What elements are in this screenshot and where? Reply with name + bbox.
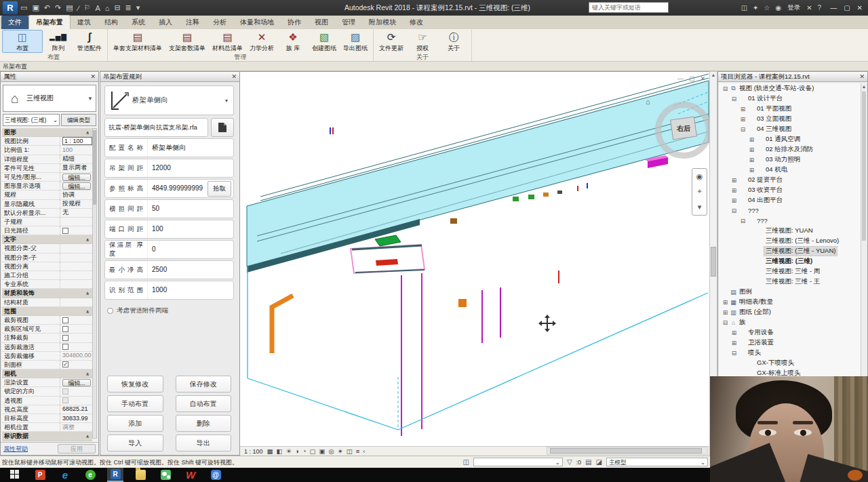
checkbox[interactable] (62, 326, 68, 332)
redo-icon[interactable]: ↷ (55, 3, 61, 12)
wps-icon[interactable]: W (182, 468, 199, 482)
close-icon[interactable]: ✕ (231, 72, 237, 81)
rendering-dialog-icon[interactable]: ◔ (302, 447, 307, 455)
sign-in-icon[interactable]: ◉ (775, 4, 781, 12)
tree-item[interactable]: 三维视图: (三维 - Lenovo) (719, 236, 861, 246)
tree-item[interactable]: ⊞ 02 给排水及消防 (719, 144, 861, 155)
worksharing-display-icon[interactable]: ◫ (347, 447, 353, 455)
property-row[interactable]: 视图分类-父 (2, 244, 92, 253)
sign-in-button[interactable]: 登录 (787, 3, 800, 12)
start-button[interactable] (7, 468, 23, 482)
tree-expander-icon[interactable]: ⊟ (730, 207, 738, 214)
property-row[interactable]: 材质和装饰 (2, 289, 92, 298)
ribbon-tab[interactable]: 结构 (98, 16, 125, 29)
design-options-icon[interactable]: ◪ (596, 458, 602, 466)
customize-qat-icon[interactable]: ▾ (136, 3, 140, 12)
tree-item[interactable]: ⊞ 专用设备 (719, 327, 861, 338)
collapse-icon[interactable]: ‹ (363, 447, 365, 455)
property-row[interactable]: 视点高度 68825.21 (2, 405, 92, 414)
property-row[interactable]: 详细程度 精细 (2, 155, 92, 164)
print-icon[interactable]: ▤ (66, 3, 73, 12)
tree-expander-icon[interactable]: ⊟ (722, 319, 729, 326)
scroll-up-icon[interactable]: ▲ (710, 73, 717, 77)
undo-icon[interactable]: ↶ (44, 3, 50, 12)
property-row[interactable]: 视图分类-子 (2, 254, 92, 262)
tree-item[interactable]: ⊞ 明细表/数量 (719, 297, 861, 307)
worksets-icon[interactable]: ◫ (462, 458, 469, 466)
home-icon[interactable]: ⌂ (646, 98, 650, 106)
property-row[interactable]: 零件可见性 显示两者 (2, 164, 92, 173)
ribbon-tab[interactable]: 体量和场地 (233, 16, 281, 29)
scrollbar-thumb[interactable] (711, 247, 716, 277)
ribbon-tab[interactable]: 建筑 (71, 16, 98, 29)
text-icon[interactable]: A (95, 4, 100, 12)
property-row[interactable]: 专业系统 (2, 280, 92, 289)
field-input[interactable]: 0 (147, 241, 233, 258)
help-icon[interactable]: ? (818, 4, 822, 12)
ribbon-tab[interactable]: 附加模块 (362, 16, 403, 29)
orange-duct[interactable] (272, 296, 293, 353)
reveal-hidden-elements-icon[interactable]: ✶ (338, 447, 343, 455)
ribbon-tab[interactable]: 注释 (179, 16, 206, 29)
property-row[interactable]: 裁剪区域可见 (2, 325, 92, 334)
green-panel[interactable] (375, 235, 401, 246)
ribbon-tab[interactable]: 插入 (152, 16, 179, 29)
tree-expander-icon[interactable]: ⊞ (730, 187, 738, 194)
tree-expander-icon[interactable]: ⊟ (739, 126, 747, 133)
property-row[interactable]: 目标高度 30833.99 (2, 414, 92, 423)
property-row[interactable]: 图形 (2, 128, 92, 137)
property-row[interactable]: 透视图 (2, 397, 92, 405)
zoom-icon[interactable]: ⌖ (697, 187, 701, 196)
crop-view-icon[interactable]: ▢ (310, 447, 316, 455)
license-button[interactable]: ☞授权 (407, 30, 438, 53)
pipe-fitting-button[interactable]: ʃ管道配件 (74, 30, 105, 53)
section-icon[interactable]: ⊟ (114, 3, 120, 12)
revit-app-icon[interactable]: R (3, 1, 18, 14)
chevron-down-icon[interactable]: ▼ (87, 96, 96, 102)
scroll-up-icon[interactable]: ▲ (861, 84, 867, 89)
tree-expander-icon[interactable]: ⊟ (722, 85, 729, 92)
scrollbar-thumb[interactable] (93, 130, 96, 205)
scrollbar-thumb[interactable] (550, 448, 702, 454)
field-input[interactable]: 100 (147, 220, 233, 238)
browser-360-icon[interactable]: e (82, 468, 98, 482)
mechanics-analysis-button[interactable]: ✕力学分析 (246, 30, 277, 53)
edge-icon[interactable]: e (57, 468, 73, 482)
visual-style-icon[interactable]: ◧ (277, 447, 283, 455)
properties-help-link[interactable]: 属性帮助 (3, 445, 28, 454)
tree-item[interactable]: ⊞ 04 机电 (719, 165, 861, 175)
field-input[interactable]: 桥架单侧向 (147, 139, 233, 157)
save-icon[interactable]: ▣ (32, 3, 39, 12)
tag-icon[interactable]: ⚐ (84, 3, 91, 12)
close-icon[interactable]: ✕ (90, 72, 96, 81)
checkbox[interactable] (62, 317, 68, 323)
open-icon[interactable]: ▭ (20, 3, 27, 12)
property-row[interactable]: 裁剪视图 (2, 316, 92, 325)
property-row[interactable]: 施工分组 (2, 271, 92, 280)
field-input[interactable]: 1000 (147, 281, 233, 299)
tree-item[interactable]: GX-下喷喷头 (719, 358, 861, 368)
editable-only-icon[interactable]: ▤ (585, 458, 591, 466)
detail-level-icon[interactable]: ▦ (267, 447, 273, 455)
property-row[interactable]: 远剪裁偏移 304800.00 (2, 352, 92, 361)
pick-button[interactable]: 拾取 (208, 181, 231, 197)
pipe-accessory-ends-option[interactable]: 考虑管道附件两端 (107, 306, 168, 315)
tree-expander-icon[interactable]: ⊞ (730, 329, 738, 336)
wechat-icon[interactable] (157, 468, 174, 482)
rule-type-dropdown[interactable]: 桥架单侧向 ▾ (104, 85, 234, 115)
dialog-button[interactable]: 手动布置 (107, 395, 163, 412)
close-icon[interactable]: ✕ (854, 4, 865, 12)
tree-expander-icon[interactable]: ⊞ (748, 136, 755, 143)
dialog-button[interactable]: 删除 (176, 415, 232, 432)
tree-expander-icon[interactable]: ⊞ (722, 299, 729, 306)
properties-scrollbar[interactable] (92, 128, 97, 439)
property-row[interactable]: 剖面框 (2, 361, 92, 369)
tree-item[interactable]: ⊟ 01 设计平台 (719, 94, 861, 104)
tree-item[interactable]: ⊟ 04 三维视图 (719, 124, 861, 134)
navbar-more-icon[interactable]: ▾ (698, 203, 702, 212)
view-scale-button[interactable]: 1 : 100 (244, 448, 263, 455)
show-crop-region-icon[interactable]: ▣ (319, 447, 326, 455)
tree-item[interactable]: 三维视图: 三维 - 周 (719, 266, 861, 277)
ribbon-tab[interactable]: 协作 (281, 16, 308, 29)
measure-icon[interactable]: ∕ (78, 4, 79, 12)
